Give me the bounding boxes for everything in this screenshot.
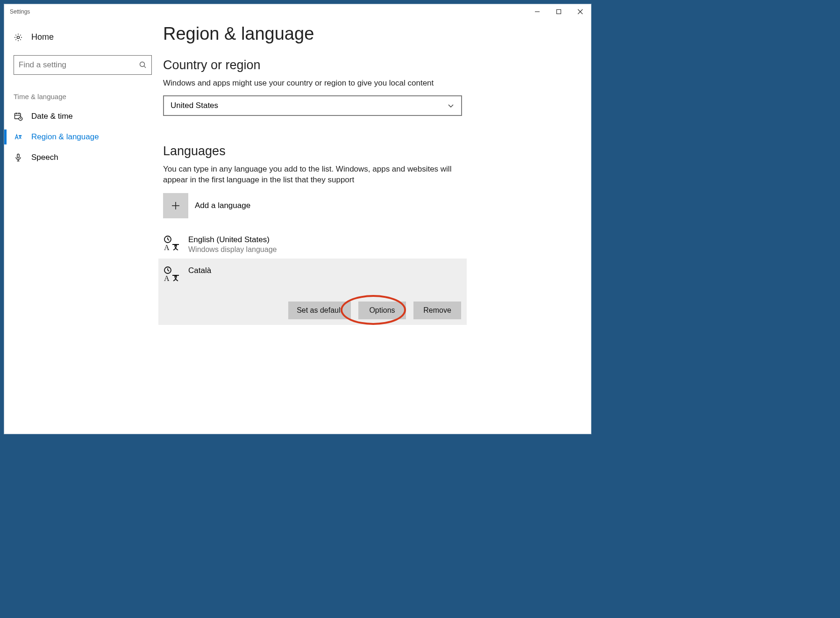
region-selected-value: United States <box>171 101 218 110</box>
svg-text:A: A <box>164 244 170 252</box>
main-pane: Region & language Country or region Wind… <box>158 19 591 434</box>
sidebar-home[interactable]: Home <box>4 28 158 47</box>
section-heading-region: Country or region <box>163 58 577 72</box>
language-row-english[interactable]: A English (United States) Windows displa… <box>163 230 471 259</box>
svg-line-13 <box>21 119 21 119</box>
svg-line-26 <box>168 270 169 271</box>
svg-line-6 <box>144 66 146 68</box>
maximize-button[interactable] <box>548 4 569 19</box>
add-language-row[interactable]: Add a language <box>163 193 577 218</box>
search-icon <box>139 61 147 69</box>
svg-point-4 <box>17 36 19 38</box>
language-icon <box>14 132 23 142</box>
language-subtext: Windows display language <box>188 245 277 254</box>
svg-rect-1 <box>557 10 561 14</box>
language-actions: Set as default Options Remove <box>163 302 461 319</box>
titlebar: Settings <box>4 4 591 19</box>
sidebar-section-label: Time & language <box>4 88 158 106</box>
plus-icon <box>170 200 181 211</box>
language-row-catala[interactable]: A Català Set as default Options Remove <box>158 259 467 325</box>
svg-rect-15 <box>17 154 19 158</box>
sidebar-item-region-language[interactable]: Region & language <box>4 127 158 147</box>
region-dropdown[interactable]: United States <box>163 95 462 116</box>
minimize-button[interactable] <box>527 4 548 19</box>
search-input-wrap[interactable] <box>14 55 152 75</box>
chevron-down-icon <box>447 102 455 109</box>
add-language-label: Add a language <box>195 201 250 210</box>
language-glyph-icon: A <box>163 235 182 252</box>
svg-line-22 <box>168 239 169 240</box>
language-name: Català <box>188 266 211 275</box>
microphone-icon <box>14 153 23 162</box>
sidebar: Home Time & language Date & time Reg <box>4 19 158 434</box>
sidebar-home-label: Home <box>31 32 54 42</box>
sidebar-item-speech[interactable]: Speech <box>4 147 158 168</box>
page-title: Region & language <box>163 24 577 44</box>
sidebar-item-label: Date & time <box>31 112 73 121</box>
language-name: English (United States) <box>188 235 277 244</box>
region-description: Windows and apps might use your country … <box>163 78 462 89</box>
gear-icon <box>14 33 23 42</box>
sidebar-item-label: Region & language <box>31 132 99 142</box>
sidebar-item-date-time[interactable]: Date & time <box>4 106 158 127</box>
language-glyph-icon: A <box>163 266 182 283</box>
svg-text:A: A <box>164 274 170 282</box>
remove-button[interactable]: Remove <box>413 302 461 319</box>
set-as-default-button[interactable]: Set as default <box>288 302 351 319</box>
languages-description: You can type in any language you add to … <box>163 164 462 186</box>
add-language-button <box>163 193 188 218</box>
close-button[interactable] <box>569 4 591 19</box>
svg-point-5 <box>140 62 145 67</box>
search-input[interactable] <box>19 60 139 70</box>
sidebar-item-label: Speech <box>31 153 58 162</box>
settings-window: Settings Home Time & <box>4 4 591 434</box>
section-heading-languages: Languages <box>163 144 577 158</box>
calendar-clock-icon <box>14 112 23 121</box>
window-title: Settings <box>10 8 30 15</box>
options-button[interactable]: Options <box>358 302 406 319</box>
